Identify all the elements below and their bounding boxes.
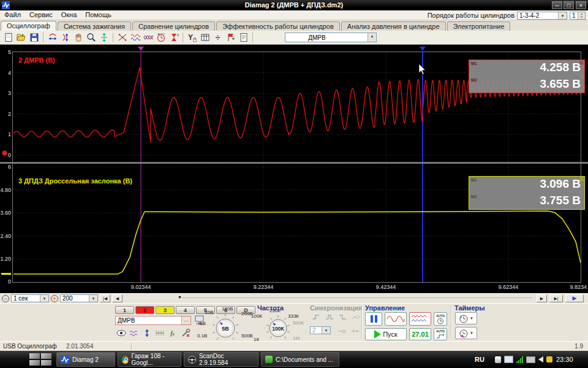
taskbar-item-scandoc[interactable]: ScanDoc 2.9.19.584: [184, 352, 258, 367]
volume-icon[interactable]: [538, 356, 543, 362]
device-status: USB Осциллограф: [3, 343, 57, 350]
rate-select[interactable]: 200 ▼: [60, 294, 98, 302]
sync-edge-rise-icon: [310, 312, 322, 322]
fit-signals-icon[interactable]: [97, 31, 110, 44]
tab-cylinder-pressure[interactable]: Анализ давления в цилиндре: [341, 21, 446, 31]
oscilloscope-area[interactable]: 2 ДМРВ (В) 3 ДПДЗ Дроссельная заслонка (…: [0, 45, 588, 293]
go-start-button[interactable]: |◀: [100, 294, 110, 302]
play-button[interactable]: ▶: [565, 294, 584, 302]
zoom-out-icon[interactable]: −: [2, 295, 9, 302]
taskbar-item-explorer[interactable]: C:\Documents and ...: [261, 352, 339, 367]
tab-power-supply[interactable]: Электропитание: [447, 21, 511, 31]
menu-windows[interactable]: Окна: [57, 10, 81, 19]
start-button[interactable]: Пуск: [365, 328, 407, 340]
trigger-filter-icon[interactable]: Y: [186, 31, 198, 44]
signal-name-field[interactable]: ДМРВ …: [115, 316, 191, 325]
m2-value: 3.755 В: [470, 194, 581, 207]
noise-filter-icon[interactable]: [128, 328, 140, 337]
taskbar-item-diamag[interactable]: Diamag 2: [56, 352, 115, 367]
timer-2-button[interactable]: ▼: [455, 327, 477, 339]
auto-step-button[interactable]: AUTO: [434, 328, 447, 340]
menu-help[interactable]: Помощь: [81, 10, 116, 19]
tab-ignition[interactable]: Система зажигания: [58, 21, 131, 31]
auto-measure-icon[interactable]: AUTO: [154, 31, 167, 44]
measure-value: 27.01: [409, 328, 431, 340]
channel-4-button[interactable]: 4: [176, 306, 195, 314]
network-signal-icon[interactable]: [516, 356, 523, 363]
new-file-icon[interactable]: [2, 31, 15, 44]
firing-order-select[interactable]: 1-3-4-2 ▼: [517, 12, 567, 20]
menu-service[interactable]: Сервис: [25, 10, 57, 19]
position-slider[interactable]: ▼: [179, 297, 532, 302]
volt-label: 500В: [241, 333, 253, 339]
spinner-arrows-icon[interactable]: ▲▼: [578, 12, 585, 19]
multi-wave-button[interactable]: [409, 312, 431, 326]
scale-vertical-icon[interactable]: [141, 328, 153, 337]
browse-button[interactable]: …: [181, 316, 190, 324]
channel-divider[interactable]: [0, 162, 588, 164]
marker-m1-handle[interactable]: [138, 47, 144, 51]
channel1-measure-box[interactable]: M1 4.258 В M2 3.655 В ⊠: [469, 59, 585, 93]
start-button[interactable]: [29, 353, 53, 366]
taskbar-item-browser[interactable]: Гараж 108 - Googl...: [118, 352, 181, 367]
flag-marker-icon[interactable]: [224, 31, 237, 44]
stretch-vertical-icon[interactable]: [59, 31, 72, 44]
zero-level-icon[interactable]: 0: [167, 31, 180, 44]
cylinder-spinner[interactable]: 1 ▲▼: [570, 12, 586, 20]
marker-m2-handle[interactable]: [420, 47, 426, 51]
language-indicator[interactable]: RU: [475, 356, 484, 363]
split-waves-icon[interactable]: [129, 31, 141, 44]
table-icon[interactable]: [198, 31, 211, 44]
device-tray-icon[interactable]: [495, 356, 501, 363]
close-icon[interactable]: ⊠: [579, 177, 584, 182]
minimize-button[interactable]: ─: [552, 1, 562, 9]
channel2-measure-box[interactable]: M1 3.096 В M2 3.755 В ⊠: [469, 176, 585, 210]
toolbar-signal-select[interactable]: ДМРВ ▼: [285, 33, 377, 42]
save-icon[interactable]: [28, 31, 40, 44]
display-tray-icon[interactable]: [504, 356, 513, 363]
zoom-in-icon[interactable]: +: [51, 295, 58, 302]
channel-1-button[interactable]: 1: [115, 306, 134, 314]
close-button[interactable]: ×: [576, 1, 586, 9]
converge-markers-icon[interactable]: [116, 31, 129, 44]
chevron-down-icon[interactable]: ▼: [558, 12, 567, 19]
single-wave-button[interactable]: [385, 312, 407, 326]
monitor-tray-icon[interactable]: [526, 356, 535, 363]
divide-icon[interactable]: ÷: [211, 31, 224, 44]
toolbar: AUTO 0 Y ÷ ДМРВ ▼: [0, 31, 588, 45]
slider-thumb[interactable]: ▼: [178, 295, 182, 299]
levels-icon[interactable]: [154, 328, 165, 337]
report-icon[interactable]: [237, 31, 250, 44]
channel-3-button[interactable]: 3: [156, 306, 175, 314]
stretch-horizontal-icon[interactable]: [46, 31, 59, 44]
auto-range-button[interactable]: AUTO: [434, 312, 447, 326]
menu-file[interactable]: Файл: [0, 10, 25, 19]
pan-hand-icon[interactable]: [72, 31, 85, 44]
chevron-down-icon[interactable]: ▼: [89, 295, 97, 302]
tools-icon[interactable]: [179, 328, 191, 337]
restore-button[interactable]: □: [564, 1, 574, 9]
zoom-icon[interactable]: [85, 31, 97, 44]
step-forward-button[interactable]: ▶: [537, 294, 547, 302]
go-end-button[interactable]: ▶|: [549, 294, 563, 302]
sync-title: Синхронизация: [310, 304, 363, 312]
timebase-select[interactable]: 1 сек ▼: [11, 294, 49, 302]
channel2-ground-marker[interactable]: [1, 273, 11, 275]
channel1-ground-marker[interactable]: [2, 150, 7, 156]
tab-cylinder-compare[interactable]: Сравнение цилиндров: [132, 21, 215, 31]
alert-tray-icon[interactable]: [546, 356, 552, 362]
open-file-icon[interactable]: [15, 31, 28, 44]
tab-oscilloscope[interactable]: Осциллограф: [1, 21, 56, 31]
step-back-button[interactable]: ◀: [112, 294, 123, 302]
pause-button[interactable]: [365, 312, 382, 326]
close-icon[interactable]: ⊠: [579, 60, 584, 66]
channel-2-button[interactable]: 2: [135, 306, 154, 314]
eye-icon[interactable]: [115, 328, 127, 337]
chevron-down-icon[interactable]: ▼: [368, 33, 376, 42]
function-icon[interactable]: fx: [167, 328, 178, 337]
chevron-down-icon[interactable]: ▼: [40, 295, 48, 302]
timer-1-button[interactable]: ▼: [455, 312, 477, 324]
status-right-value: 1.9: [575, 343, 583, 350]
tab-cylinder-efficiency[interactable]: Эффективность работы цилиндров: [216, 21, 340, 31]
overlay-waves-icon[interactable]: [141, 31, 154, 44]
